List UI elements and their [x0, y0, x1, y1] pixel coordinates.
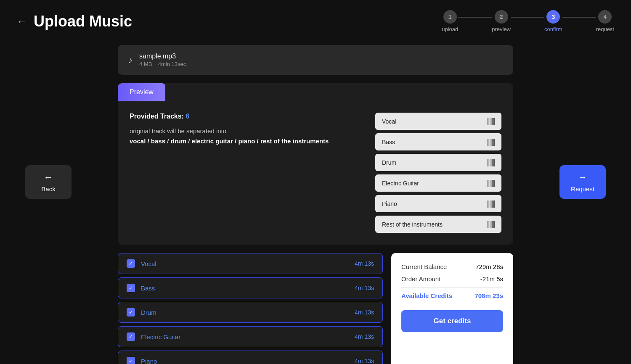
- waveform-icon-bass: |||||||: [487, 137, 495, 146]
- request-label: Request: [571, 185, 594, 193]
- checkbox-vocal[interactable]: ✓: [127, 259, 135, 268]
- checkbox-drum[interactable]: ✓: [127, 308, 135, 317]
- step-circle-4: 4: [598, 10, 612, 24]
- checkbox-electric-guitar[interactable]: ✓: [127, 332, 135, 341]
- preview-right: Vocal ||||||| Bass ||||||| Drum ||||||| …: [375, 113, 501, 233]
- title-area: ← Upload Music: [17, 13, 132, 30]
- step-2: 2 preview: [492, 10, 511, 32]
- checklist-item-drum[interactable]: ✓ Drum 4m 13s: [118, 302, 383, 323]
- preview-tab[interactable]: Preview: [118, 83, 165, 101]
- available-credits-label: Available Credits: [401, 292, 452, 299]
- provided-tracks: Provided Tracks: 6: [130, 113, 358, 120]
- track-bar-vocal: Vocal |||||||: [375, 113, 501, 130]
- checklist-drum-duration: 4m 13s: [355, 309, 374, 316]
- step-line-3-4: [562, 17, 596, 18]
- track-count: 6: [186, 113, 189, 120]
- credits-card: Current Balance 729m 28s Order Amount -2…: [391, 253, 513, 364]
- available-credits-value: 708m 23s: [475, 292, 503, 299]
- back-label: Back: [41, 185, 55, 193]
- current-balance-value: 729m 28s: [475, 263, 503, 270]
- checklist-electric-guitar-label: Electric Guitar: [141, 333, 349, 340]
- step-3: 3 confirm: [544, 10, 562, 32]
- music-icon: ♪: [128, 55, 133, 66]
- order-amount-row: Order Amount -21m 5s: [401, 275, 503, 282]
- checklist-item-electric-guitar[interactable]: ✓ Electric Guitar 4m 13s: [118, 326, 383, 347]
- step-1: 1 upload: [442, 10, 458, 32]
- waveform-icon-rest: |||||||: [487, 220, 495, 229]
- checklist-item-piano[interactable]: ✓ Piano 4m 13s: [118, 351, 383, 364]
- track-bar-bass-label: Bass: [382, 139, 395, 145]
- step-4: 4 request: [596, 10, 614, 32]
- checklist: ✓ Vocal 4m 13s ✓ Bass 4m 13s ✓ Drum 4m 1…: [118, 253, 383, 364]
- back-button[interactable]: ← Back: [25, 165, 72, 199]
- checklist-vocal-label: Vocal: [141, 260, 349, 267]
- step-line-2-3: [511, 17, 544, 18]
- preview-left: Provided Tracks: 6 original track will b…: [130, 113, 358, 233]
- checklist-vocal-duration: 4m 13s: [355, 260, 374, 267]
- checklist-item-vocal[interactable]: ✓ Vocal 4m 13s: [118, 253, 383, 274]
- header: ← Upload Music 1 upload 2 preview 3 conf…: [0, 0, 631, 32]
- request-button[interactable]: → Request: [559, 165, 606, 199]
- checklist-bass-duration: 4m 13s: [355, 285, 374, 291]
- step-label-2: preview: [492, 26, 511, 32]
- step-circle-2: 2: [495, 10, 508, 24]
- file-size: 4 MB: [139, 61, 152, 67]
- tracks-section: ✓ Vocal 4m 13s ✓ Bass 4m 13s ✓ Drum 4m 1…: [118, 253, 513, 364]
- checkbox-bass[interactable]: ✓: [127, 284, 135, 292]
- file-duration: 4min 13sec: [158, 61, 186, 67]
- step-circle-3: 3: [546, 10, 560, 24]
- track-bar-drum-label: Drum: [382, 159, 396, 166]
- step-label-1: upload: [442, 26, 458, 32]
- current-balance-label: Current Balance: [401, 263, 447, 270]
- preview-card: Preview Provided Tracks: 6 original trac…: [118, 83, 513, 245]
- file-meta: 4 MB 4min 13sec: [139, 61, 186, 67]
- checklist-piano-duration: 4m 13s: [355, 358, 374, 364]
- step-label-3: confirm: [544, 26, 562, 32]
- step-circle-1: 1: [443, 10, 457, 24]
- waveform-icon-electric-guitar: |||||||: [487, 179, 495, 187]
- file-name: sample.mp3: [139, 53, 186, 60]
- checklist-piano-label: Piano: [141, 358, 349, 364]
- main-content: ♪ sample.mp3 4 MB 4min 13sec Preview Pro…: [0, 32, 631, 364]
- waveform-icon-piano: |||||||: [487, 199, 495, 208]
- available-credits-row: Available Credits 708m 23s: [401, 292, 503, 299]
- checklist-drum-label: Drum: [141, 309, 349, 316]
- file-card: ♪ sample.mp3 4 MB 4min 13sec: [118, 45, 513, 75]
- header-back-arrow[interactable]: ←: [17, 16, 27, 27]
- track-description: original track will be separated into vo…: [130, 126, 358, 146]
- credits-divider: [401, 288, 503, 288]
- track-bar-piano-label: Piano: [382, 200, 397, 207]
- get-credits-button[interactable]: Get credits: [401, 310, 503, 332]
- track-bar-rest-label: Rest of the instruments: [382, 221, 443, 228]
- track-bar-piano: Piano |||||||: [375, 195, 501, 212]
- checkbox-piano[interactable]: ✓: [127, 357, 135, 364]
- current-balance-row: Current Balance 729m 28s: [401, 263, 503, 270]
- checklist-item-bass[interactable]: ✓ Bass 4m 13s: [118, 277, 383, 298]
- waveform-icon-drum: |||||||: [487, 158, 495, 167]
- stepper: 1 upload 2 preview 3 confirm 4 request: [442, 10, 614, 32]
- track-bar-bass: Bass |||||||: [375, 133, 501, 150]
- preview-body: Provided Tracks: 6 original track will b…: [118, 101, 513, 245]
- track-bar-vocal-label: Vocal: [382, 118, 396, 125]
- page-title: Upload Music: [34, 13, 132, 30]
- file-info: sample.mp3 4 MB 4min 13sec: [139, 53, 186, 67]
- order-amount-value: -21m 5s: [480, 275, 503, 282]
- checklist-bass-label: Bass: [141, 285, 349, 292]
- checklist-electric-guitar-duration: 4m 13s: [355, 333, 374, 340]
- track-bar-electric-guitar-label: Electric Guitar: [382, 180, 419, 187]
- waveform-icon-vocal: |||||||: [487, 117, 495, 126]
- track-bar-drum: Drum |||||||: [375, 154, 501, 171]
- provided-tracks-label: Provided Tracks:: [130, 113, 184, 120]
- track-bar-rest: Rest of the instruments |||||||: [375, 216, 501, 233]
- step-line-1-2: [458, 17, 492, 18]
- request-arrow-icon: →: [578, 172, 587, 183]
- desc-bold: vocal / bass / drum / electric guitar / …: [130, 137, 329, 145]
- desc-prefix: original track will be separated into: [130, 127, 226, 135]
- back-arrow-icon: ←: [44, 172, 53, 183]
- order-amount-label: Order Amount: [401, 275, 440, 282]
- track-bar-electric-guitar: Electric Guitar |||||||: [375, 174, 501, 192]
- step-label-4: request: [596, 26, 614, 32]
